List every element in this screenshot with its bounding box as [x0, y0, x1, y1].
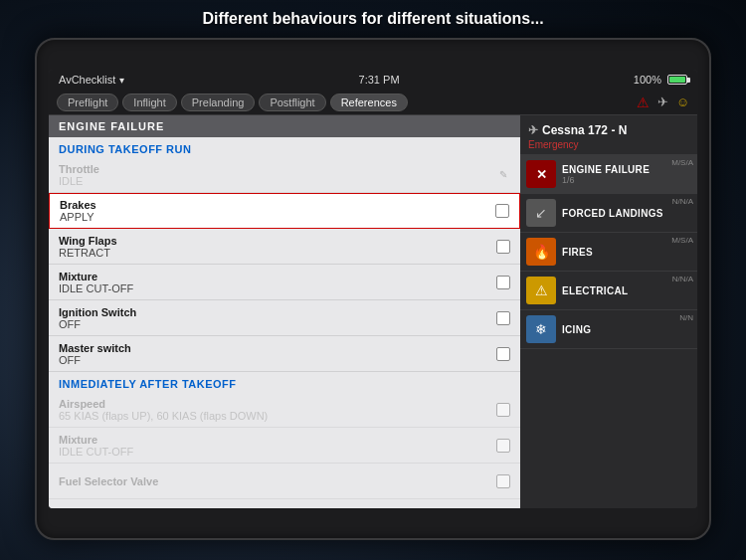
nav-icons: ⚠ ✈ ☺ — [637, 94, 689, 110]
icing-icon-box: ❄ — [526, 315, 556, 343]
emerg-badge-fires: M/S/A — [671, 236, 693, 245]
checkbox-fuel[interactable] — [496, 474, 510, 488]
status-bar: AvChecklist ▾ 7:31 PM 100% — [49, 70, 697, 90]
item-value-mixture: IDLE CUT-OFF — [59, 282, 496, 294]
item-text-brakes: Brakes APPLY — [60, 199, 495, 223]
battery-icon — [667, 75, 687, 85]
nav-tabs: Preflight Inflight Prelanding Postflight… — [49, 90, 697, 115]
checklist-item-fuel[interactable]: Fuel Selector Valve — [49, 464, 520, 499]
checklist-item-ignition[interactable]: Ignition Switch OFF — [49, 300, 520, 336]
emerg-name-electrical: ELECTRICAL — [562, 285, 691, 296]
checklist-item-mixture[interactable]: Mixture IDLE CUT-OFF — [49, 265, 520, 300]
battery-fill — [669, 77, 685, 83]
main-content: ENGINE FAILURE DURING TAKEOFF RUN Thrott… — [49, 115, 697, 508]
item-value-throttle: IDLE — [59, 175, 496, 187]
item-text-mixture: Mixture IDLE CUT-OFF — [59, 271, 496, 294]
item-text-master: Master switch OFF — [59, 342, 496, 366]
left-panel: ENGINE FAILURE DURING TAKEOFF RUN Thrott… — [49, 115, 520, 508]
emergency-item-landings[interactable]: ↙ FORCED LANDINGS N/N/A — [520, 194, 697, 233]
checkbox-brakes[interactable] — [495, 204, 509, 218]
item-value-wingflaps: RETRACT — [59, 247, 496, 259]
item-label-throttle: Throttle — [59, 163, 496, 175]
checkbox-airspeed[interactable] — [496, 403, 510, 417]
item-value-mixture2: IDLE CUT-OFF — [59, 446, 496, 458]
item-text-throttle: Throttle IDLE — [59, 163, 496, 187]
aircraft-plane-icon: ✈ — [528, 123, 538, 137]
checkbox-throttle[interactable]: ✎ — [496, 168, 510, 182]
emerg-text-landings: FORCED LANDINGS — [562, 208, 691, 219]
top-label: Different behaviours for different situa… — [0, 10, 746, 28]
emerg-name-fires: FIRES — [562, 247, 691, 258]
checklist-item-mixture2[interactable]: Mixture IDLE CUT-OFF — [49, 428, 520, 464]
emerg-badge-engine: M/S/A — [671, 158, 693, 167]
item-label-wingflaps: Wing Flaps — [59, 235, 496, 247]
item-label-airspeed: Airspeed — [59, 398, 496, 410]
aircraft-name: Cessna 172 - N — [542, 123, 627, 137]
plane-icon[interactable]: ✈ — [657, 94, 668, 109]
status-right: 100% — [634, 74, 687, 86]
tab-references[interactable]: References — [330, 93, 408, 111]
emerg-badge-landings: N/N/A — [672, 197, 693, 206]
battery-pct: 100% — [634, 74, 661, 86]
checkbox-master[interactable] — [496, 347, 510, 361]
emergency-item-electrical[interactable]: ⚠ ELECTRICAL N/N/A — [520, 272, 697, 310]
status-left: AvChecklist ▾ — [59, 74, 124, 86]
forced-landings-icon-box: ↙ — [526, 199, 556, 227]
ipad-screen: AvChecklist ▾ 7:31 PM 100% Preflight Inf… — [49, 70, 697, 508]
right-panel: ✈ Cessna 172 - N Emergency ✕ ENGINE FAIL… — [520, 115, 697, 508]
checklist-item-throttle[interactable]: Throttle IDLE ✎ — [49, 157, 520, 193]
tab-preflight[interactable]: Preflight — [57, 93, 118, 111]
emerg-badge-icing: N/N — [679, 313, 693, 322]
alert-icon[interactable]: ⚠ — [637, 94, 650, 110]
tab-prelanding[interactable]: Prelanding — [181, 93, 256, 111]
item-label-mixture2: Mixture — [59, 434, 496, 446]
emerg-text-electrical: ELECTRICAL — [562, 285, 691, 296]
forced-landings-icon: ↙ — [535, 205, 547, 221]
checklist-item-master[interactable]: Master switch OFF — [49, 336, 520, 372]
status-time: 7:31 PM — [359, 74, 400, 86]
item-value-master: OFF — [59, 354, 496, 366]
wifi-icon: ▾ — [119, 75, 124, 86]
emergency-item-fires[interactable]: 🔥 FIRES M/S/A — [520, 233, 697, 272]
electrical-icon: ⚠ — [535, 282, 548, 298]
item-text-fuel: Fuel Selector Valve — [59, 475, 496, 487]
emerg-text-icing: ICING — [562, 324, 691, 335]
tab-inflight[interactable]: Inflight — [122, 93, 176, 111]
item-text-ignition: Ignition Switch OFF — [59, 306, 496, 330]
item-label-ignition: Ignition Switch — [59, 306, 496, 318]
tab-postflight[interactable]: Postflight — [259, 93, 325, 111]
checklist-item-brakes[interactable]: Brakes APPLY — [49, 193, 520, 229]
checkbox-mixture[interactable] — [496, 276, 510, 289]
item-label-mixture: Mixture — [59, 271, 496, 282]
item-text-airspeed: Airspeed 65 KIAS (flaps UP), 60 KIAS (fl… — [59, 398, 496, 422]
emergency-item-engine[interactable]: ✕ ENGINE FAILURE 1/6 M/S/A — [520, 155, 697, 194]
checklist-header: ENGINE FAILURE — [49, 115, 520, 137]
fires-icon-box: 🔥 — [526, 238, 556, 266]
checkbox-wingflaps[interactable] — [496, 240, 510, 254]
ipad-frame: AvChecklist ▾ 7:31 PM 100% Preflight Inf… — [35, 38, 711, 540]
electrical-icon-box: ⚠ — [526, 277, 556, 304]
app-name: AvChecklist — [59, 74, 115, 86]
emerg-name-icing: ICING — [562, 324, 691, 335]
item-label-brakes: Brakes — [60, 199, 495, 211]
checklist-item-wingflaps[interactable]: Wing Flaps RETRACT — [49, 229, 520, 265]
item-text-mixture2: Mixture IDLE CUT-OFF — [59, 434, 496, 458]
item-value-airspeed: 65 KIAS (flaps UP), 60 KIAS (flaps DOWN) — [59, 410, 496, 422]
engine-failure-icon: ✕ — [536, 167, 547, 182]
engine-failure-icon-box: ✕ — [526, 160, 556, 188]
icing-icon: ❄ — [535, 321, 547, 337]
person-icon[interactable]: ☺ — [676, 94, 689, 109]
checklist-item-airspeed[interactable]: Airspeed 65 KIAS (flaps UP), 60 KIAS (fl… — [49, 392, 520, 428]
item-text-wingflaps: Wing Flaps RETRACT — [59, 235, 496, 259]
fires-icon: 🔥 — [533, 244, 550, 260]
section-title-1: DURING TAKEOFF RUN — [49, 137, 520, 157]
section-title-2: INMEDIATELY AFTER TAKEOFF — [49, 372, 520, 392]
checkbox-ignition[interactable] — [496, 311, 510, 325]
item-label-master: Master switch — [59, 342, 496, 354]
emerg-badge-electrical: N/N/A — [672, 275, 693, 283]
checkbox-mixture2[interactable] — [496, 439, 510, 453]
item-value-brakes: APPLY — [60, 211, 495, 223]
emerg-name-landings: FORCED LANDINGS — [562, 208, 691, 219]
item-label-fuel: Fuel Selector Valve — [59, 475, 496, 487]
emergency-item-icing[interactable]: ❄ ICING N/N — [520, 310, 697, 349]
